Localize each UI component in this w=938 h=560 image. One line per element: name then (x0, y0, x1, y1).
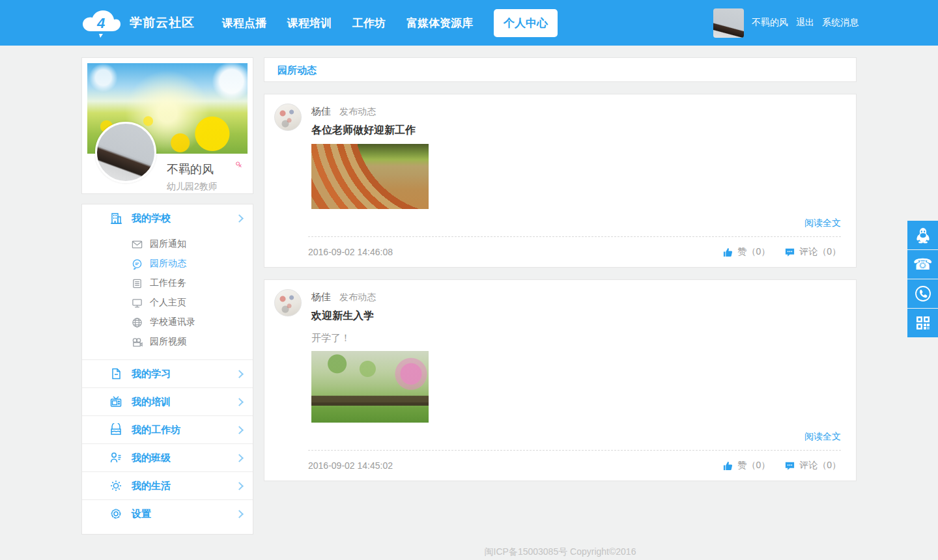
sidebar-item-school-videos[interactable]: 园所视频 (82, 332, 253, 352)
telephone-icon: ☎ (913, 257, 933, 272)
nav-item-workshop[interactable]: 工作坊 (352, 16, 386, 31)
post-head: 杨佳 发布动态 各位老师做好迎新工作 (274, 104, 841, 209)
post-action-text: 发布动态 (339, 106, 376, 118)
sidebar-item-my-learning[interactable]: 我的学习 (82, 360, 253, 387)
post-author-avatar[interactable] (274, 104, 302, 131)
sidebar-item-label: 我的学习 (132, 368, 171, 380)
qrcode-icon (915, 315, 931, 331)
user-avatar[interactable] (713, 8, 744, 38)
nav-item-course-ondemand[interactable]: 课程点播 (222, 16, 266, 31)
comment-bubble-icon (784, 247, 795, 258)
nav-item-media-library[interactable]: 富媒体资源库 (406, 16, 473, 31)
profile-role: 幼儿园2教师 (167, 181, 248, 193)
comment-button[interactable]: 评论（0） (784, 246, 841, 258)
profile-avatar[interactable] (95, 122, 156, 183)
sidebar-item-my-life[interactable]: 我的生活 (82, 472, 253, 499)
sidebar-item-label: 园所动态 (150, 258, 186, 270)
sidebar-item-label: 个人主页 (150, 297, 186, 309)
menu-section-my-class: 我的班级 (82, 443, 253, 471)
post-actions: 赞（0） 评论（0） (722, 246, 841, 258)
sidebar-item-personal-homepage[interactable]: 个人主页 (82, 293, 253, 313)
topbar-username[interactable]: 不羁的风 (752, 17, 788, 29)
thumb-up-icon (722, 460, 733, 471)
logout-link[interactable]: 退出 (796, 17, 814, 29)
read-more-row: 阅读全文 (274, 217, 841, 229)
park-bench-photo[interactable] (311, 351, 429, 423)
sidebar-item-my-school[interactable]: 我的学校 (82, 204, 253, 232)
comment-bubble-icon (784, 460, 795, 471)
sidebar-item-work-tasks[interactable]: 工作任务 (82, 273, 253, 293)
sidebar-item-label: 园所通知 (150, 238, 186, 250)
like-button[interactable]: 赞（0） (722, 460, 770, 471)
chat-bubble-icon (132, 259, 143, 270)
post-head: 杨佳 发布动态 欢迎新生入学 开学了！ (274, 289, 841, 423)
qq-icon (915, 227, 931, 244)
qq-contact-button[interactable] (907, 221, 938, 249)
nav-item-course-training[interactable]: 课程培训 (287, 16, 332, 31)
page-body: 不羁的风 幼儿园2教师 ♀ 我的学校 (81, 57, 857, 560)
phone-circle-icon (915, 285, 931, 302)
like-button[interactable]: 赞（0） (722, 246, 770, 258)
comment-label: 评论（0） (799, 246, 841, 258)
menu-section-settings: 设置 (82, 499, 253, 527)
post-author-name[interactable]: 杨佳 (311, 105, 331, 118)
sidebar-item-label: 我的工作坊 (132, 424, 180, 436)
park-steps-photo[interactable] (311, 144, 429, 209)
thumb-up-icon (722, 247, 733, 258)
chevron-right-icon (235, 426, 244, 434)
like-label: 赞（0） (737, 460, 770, 471)
page-title-card: 园所动态 (264, 57, 857, 82)
system-messages-link[interactable]: 系统消息 (822, 17, 859, 29)
sidebar-item-school-notices[interactable]: 园所通知 (82, 234, 253, 254)
read-more-link[interactable]: 阅读全文 (804, 431, 841, 441)
sidebar-item-label: 园所视频 (150, 336, 186, 348)
chevron-right-icon (235, 510, 244, 518)
chevron-right-icon (235, 454, 244, 462)
sidebar-item-label: 我的学校 (132, 212, 171, 225)
video-camera-icon (132, 337, 143, 348)
sidebar-item-settings[interactable]: 设置 (82, 500, 253, 527)
nav-item-personal-center[interactable]: 个人中心 (494, 9, 558, 37)
post-title[interactable]: 各位老师做好迎新工作 (311, 124, 841, 137)
cloud-logo-icon: 4 (81, 8, 122, 38)
telephone-contact-button[interactable]: ☎ (907, 250, 938, 279)
post-body: 杨佳 发布动态 欢迎新生入学 开学了！ (311, 289, 841, 423)
read-more-link[interactable]: 阅读全文 (804, 217, 841, 228)
sidebar-item-school-dynamics[interactable]: 园所动态 (82, 254, 253, 273)
phone-contact-button[interactable] (907, 279, 938, 308)
sidebar-item-my-training[interactable]: 我的培训 (82, 388, 253, 415)
topbar-user-area: 不羁的风 退出 系统消息 (713, 8, 859, 38)
post-author-avatar[interactable] (274, 289, 302, 316)
page-title: 园所动态 (277, 64, 317, 76)
app-logo[interactable]: 4 学前云社区 (81, 8, 195, 38)
profile-card: 不羁的风 幼儿园2教师 ♀ (81, 57, 253, 194)
my-school-submenu: 园所通知 园所动态 工作任务 (82, 232, 253, 359)
main-nav: 课程点播 课程培训 工作坊 富媒体资源库 个人中心 (222, 9, 558, 37)
menu-section-my-school: 我的学校 园所通知 园所动态 (82, 204, 253, 359)
main-content: 园所动态 杨佳 发布动态 各位老师做好迎新工作 阅读全文 2016-09-02 (264, 57, 857, 560)
page-footer: 闽ICP备15003085号 Copyright©2016 建议使用IE10及以… (264, 546, 857, 560)
top-navigation-bar: 4 学前云社区 课程点播 课程培训 工作坊 富媒体资源库 个人中心 不羁的风 退… (0, 0, 938, 46)
menu-section-my-learning: 我的学习 (82, 359, 253, 387)
post-meta: 杨佳 发布动态 (311, 105, 841, 118)
menu-section-my-life: 我的生活 (82, 471, 253, 499)
post-footer: 2016-09-02 14:45:02 赞（0） 评论（0） (308, 450, 841, 481)
workshop-icon (109, 423, 122, 436)
post-title[interactable]: 欢迎新生入学 (311, 309, 841, 323)
sidebar-item-my-workshop[interactable]: 我的工作坊 (82, 416, 253, 443)
sun-icon (109, 479, 122, 492)
qrcode-button[interactable] (907, 309, 938, 337)
svg-text:4: 4 (96, 15, 105, 31)
document-icon (132, 278, 143, 289)
sidebar-item-label: 我的生活 (132, 480, 171, 492)
building-icon (109, 212, 122, 225)
sidebar-item-label: 我的班级 (132, 452, 171, 464)
post-date: 2016-09-02 14:45:02 (308, 460, 393, 471)
chevron-right-icon (235, 214, 244, 223)
sidebar-item-school-contacts[interactable]: 学校通讯录 (82, 313, 253, 332)
post-author-name[interactable]: 杨佳 (311, 291, 331, 303)
gear-icon (109, 507, 122, 520)
comment-button[interactable]: 评论（0） (784, 460, 841, 471)
post-meta: 杨佳 发布动态 (311, 291, 841, 303)
sidebar-item-my-class[interactable]: 我的班级 (82, 444, 253, 471)
